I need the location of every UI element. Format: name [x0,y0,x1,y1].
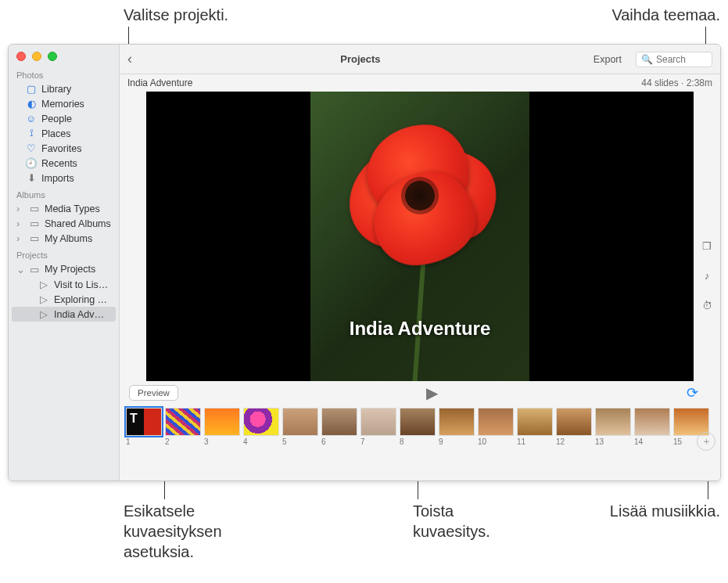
theme-button[interactable]: ❐ [698,237,715,254]
project-name: India Adventure [127,77,192,88]
thumbnail[interactable]: 6 [321,408,357,446]
thumb-caption: 12 [556,437,592,446]
album-icon: ▭ [29,233,40,244]
thumb-caption: 13 [595,437,631,446]
window-controls[interactable] [9,45,119,66]
memories-icon: ◐ [26,99,37,110]
thumbnail[interactable]: 2 [165,408,201,446]
sidebar-item-recents[interactable]: 🕘Recents [9,156,119,171]
favorites-icon: ♡ [26,143,37,154]
sidebar-item-project-lisbon[interactable]: ▷Visit to Lisbon [9,277,119,292]
callout-change-theme: Vaihda teemaa. [611,5,720,25]
sidebar-item-imports[interactable]: ⬇Imports [9,171,119,185]
zoom-window-icon[interactable] [48,52,57,61]
recents-icon: 🕘 [26,158,37,169]
sidebar-label: Favorites [41,143,111,154]
sidebar-label: Recents [41,158,111,169]
sidebar-label: Places [41,128,111,139]
sidebar-item-shared-albums[interactable]: ▭Shared Albums [9,216,119,231]
close-window-icon[interactable] [16,52,26,61]
thumb-caption: 7 [360,437,396,446]
project-bar: India Adventure 44 slides · 2:38m [120,74,720,92]
side-tool-strip: ❐ ♪ ⏱ [695,237,719,314]
thumbnail[interactable]: 3 [204,408,240,446]
back-button[interactable]: ‹ [127,51,132,67]
sidebar-item-library[interactable]: ▢Library [9,81,119,96]
thumbnail[interactable]: 11 [517,408,553,446]
thumb-caption: 5 [282,437,318,446]
thumbnail[interactable]: 14 [634,408,670,446]
thumb-image [595,408,631,436]
sidebar-label: My Albums [45,233,111,244]
thumb-caption: 6 [321,437,357,446]
thumb-caption: 10 [478,437,514,446]
thumbnail[interactable]: 10 [478,408,514,446]
playback-controls: Preview ▶ ⟳ [120,381,720,403]
thumb-image [126,408,162,436]
thumbnail[interactable]: 12 [556,408,592,446]
slideshow-icon: ▷ [38,309,49,320]
thumbnail[interactable]: 13 [595,408,631,446]
minimize-window-icon[interactable] [32,52,41,61]
sidebar-section-albums: Albums [9,185,119,201]
thumb-image [517,408,553,436]
sidebar-item-media-types[interactable]: ▭Media Types [9,201,119,216]
search-icon: 🔍 [641,54,653,65]
stage-wrap: India Adventure Preview ▶ ⟳ 1 2 3 4 5 6 … [120,92,720,480]
thumb-image [634,408,670,436]
thumbnail[interactable]: 1 [126,408,162,446]
play-button[interactable]: ▶ [178,385,687,401]
sidebar-label: Imports [41,173,111,184]
sidebar-label: Media Types [45,203,111,214]
loop-button[interactable]: ⟳ [687,384,698,401]
thumb-image [321,408,357,436]
preview-button[interactable]: Preview [129,385,178,401]
thumbnail[interactable]: 7 [360,408,396,446]
thumb-image [478,408,514,436]
slideshow-icon: ▷ [38,294,49,305]
thumbnail[interactable]: 9 [439,408,475,446]
callout-play-slideshow: Toista kuvaesitys. [413,501,490,542]
thumbnail[interactable]: 8 [400,408,436,446]
imports-icon: ⬇ [26,173,37,184]
sidebar-section-photos: Photos [9,66,119,81]
thumb-caption: 8 [400,437,436,446]
thumb-caption: 9 [439,437,475,446]
main-area: ‹ Projects Export 🔍 India Adventure 44 s… [120,45,720,480]
sidebar-item-my-projects[interactable]: ▭My Projects [9,261,119,277]
app-window: Photos ▢Library ◐Memories ☺People ⟟Place… [8,44,721,481]
export-button[interactable]: Export [589,54,626,65]
sidebar-item-project-india[interactable]: ▷India Adventure [12,307,116,322]
search-box[interactable]: 🔍 [636,52,712,67]
thumb-image [165,408,201,436]
sidebar-item-memories[interactable]: ◐Memories [9,96,119,111]
thumbnail[interactable]: 5 [282,408,318,446]
thumb-image [439,408,475,436]
project-meta: 44 slides · 2:38m [641,77,712,88]
thumb-caption: 2 [165,437,201,446]
sidebar-item-people[interactable]: ☺People [9,111,119,126]
search-input[interactable] [656,54,711,65]
sidebar-label: Shared Albums [45,218,111,229]
library-icon: ▢ [26,84,37,95]
music-button[interactable]: ♪ [698,267,715,284]
thumb-image [204,408,240,436]
sidebar-label: People [41,113,111,124]
sidebar-item-favorites[interactable]: ♡Favorites [9,141,119,156]
thumb-caption: 4 [243,437,279,446]
sidebar-item-project-exploring[interactable]: ▷Exploring Mor… [9,292,119,307]
thumb-caption: 11 [517,437,553,446]
thumbnail[interactable]: 4 [243,408,279,446]
sidebar-item-places[interactable]: ⟟Places [9,126,119,141]
add-photos-button[interactable]: ＋ [697,432,715,451]
slideshow-preview[interactable]: India Adventure [146,92,694,381]
thumb-caption: 3 [204,437,240,446]
thumb-image [556,408,592,436]
sidebar: Photos ▢Library ◐Memories ☺People ⟟Place… [9,45,120,480]
sidebar-label: Memories [41,99,111,110]
people-icon: ☺ [26,113,37,124]
album-icon: ▭ [29,203,40,214]
sidebar-item-my-albums[interactable]: ▭My Albums [9,231,119,246]
duration-button[interactable]: ⏱ [698,297,715,314]
thumbnail-strip[interactable]: 1 2 3 4 5 6 7 8 9 10 11 12 13 14 15 [120,403,720,454]
